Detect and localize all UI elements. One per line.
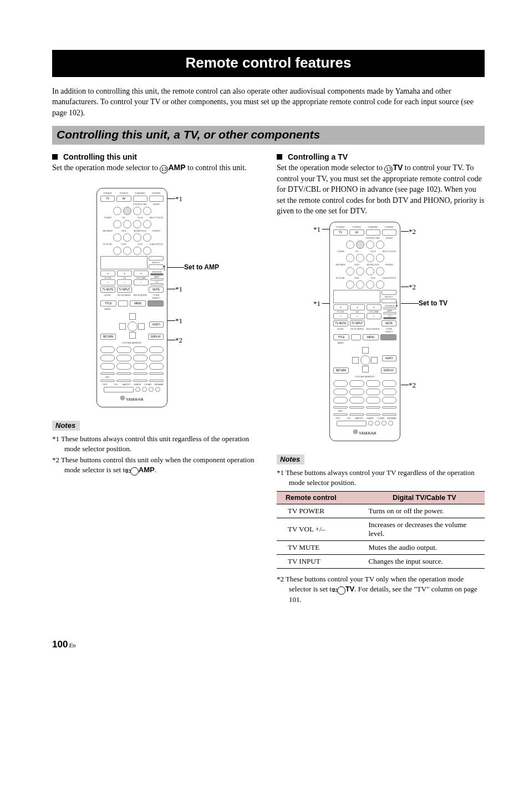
square-bullet-icon bbox=[52, 154, 58, 160]
rcirc bbox=[116, 363, 131, 370]
rcirc bbox=[149, 346, 164, 353]
rbtn bbox=[349, 406, 364, 408]
rbtn: – bbox=[100, 279, 115, 285]
rlbl bbox=[116, 308, 131, 310]
rcirc bbox=[346, 267, 354, 275]
rcirc bbox=[123, 233, 131, 242]
left-paragraph: Set the operation mode selector to 13AMP… bbox=[52, 162, 260, 173]
rlbl: DVD bbox=[116, 229, 131, 232]
rlbl: V-AUX/DOCK bbox=[149, 243, 164, 246]
callout-set-to-tv: ↓Set to TV bbox=[419, 299, 447, 307]
rbtn bbox=[116, 372, 131, 375]
left-note2-amp: AMP bbox=[139, 466, 155, 474]
rbtn: TV MUTE bbox=[100, 287, 115, 293]
rlbl: VCR bbox=[133, 243, 147, 246]
remote-display bbox=[100, 256, 147, 269]
rlbl: STANDBY bbox=[366, 226, 380, 228]
program-grid bbox=[333, 380, 396, 404]
callout-star1: *1 bbox=[313, 299, 321, 308]
rlbl: BAND bbox=[100, 308, 115, 310]
rcirc bbox=[133, 346, 147, 353]
rcirc bbox=[133, 247, 141, 255]
rlbl: LEVEL bbox=[333, 328, 348, 333]
table-cell: Mutes the audio output. bbox=[364, 541, 485, 555]
rlbl: VCR bbox=[366, 277, 380, 279]
table-cell: Increases or decreases the volume level. bbox=[364, 518, 485, 541]
rbtn: RETURN bbox=[100, 334, 116, 340]
rlbl: DTV/CBL bbox=[333, 277, 348, 279]
rcirc bbox=[133, 207, 141, 215]
table-header-function: Digital TV/Cable TV bbox=[364, 492, 485, 504]
rlbl: DTV/CBL bbox=[100, 243, 115, 246]
rlbl bbox=[333, 237, 348, 239]
rlbl bbox=[349, 341, 364, 344]
left-para-a: Set the operation mode selector to bbox=[52, 164, 160, 172]
rcirc bbox=[116, 355, 131, 361]
rcirc bbox=[382, 380, 396, 387]
callout-star2: *2 bbox=[409, 381, 416, 390]
rcirc bbox=[333, 389, 348, 395]
rlbl: STANDBY bbox=[133, 192, 147, 195]
rcirc bbox=[142, 387, 147, 392]
rlbl: LEARN bbox=[133, 383, 141, 386]
rlbl bbox=[116, 376, 131, 379]
rbtn: + bbox=[100, 270, 115, 277]
rlbl bbox=[366, 410, 380, 412]
table-row: TV MUTEMutes the audio output. bbox=[277, 541, 485, 555]
callout-star1: *1 bbox=[175, 285, 182, 294]
rbtn bbox=[100, 372, 115, 375]
left-subheading-text: Controlling this unit bbox=[63, 152, 137, 161]
rbtn: DISPLAY bbox=[148, 334, 164, 340]
left-note-2: *2 These buttons control this unit only … bbox=[52, 455, 260, 476]
rlbl bbox=[116, 203, 131, 206]
rcirc bbox=[382, 389, 396, 395]
rbtn bbox=[149, 264, 164, 269]
rbtn: MUTE bbox=[382, 320, 396, 326]
rbtn: DISPLAY bbox=[381, 367, 396, 374]
rbtn bbox=[133, 196, 147, 202]
callout-star1: *1 bbox=[175, 195, 182, 203]
rlbl: SOURCE SEL bbox=[366, 237, 380, 239]
rlbl: MULTI CH IN bbox=[382, 250, 396, 253]
rcirc bbox=[376, 280, 384, 289]
down-arrow-icon: ↓ bbox=[394, 299, 399, 309]
up-arrow-icon bbox=[129, 313, 136, 320]
table-row: TV INPUTChanges the input source. bbox=[277, 555, 485, 569]
rlbl: DVD bbox=[349, 263, 364, 266]
page-number: 100En bbox=[52, 639, 76, 650]
rlbl: POWER bbox=[382, 226, 396, 228]
rbtn bbox=[337, 421, 366, 426]
rbtn bbox=[149, 380, 164, 382]
rbtn: – bbox=[333, 313, 348, 319]
up-arrow-icon: ↑ bbox=[162, 263, 166, 273]
rcirc bbox=[356, 254, 364, 262]
rcirc bbox=[113, 233, 121, 242]
rlbl: DVR bbox=[349, 277, 364, 279]
page-footer: 100En bbox=[52, 639, 485, 650]
rbtn bbox=[349, 413, 364, 416]
rbtn: MUTE bbox=[149, 287, 164, 293]
rcirc bbox=[100, 355, 115, 361]
rcirc bbox=[143, 220, 151, 228]
rcirc bbox=[143, 247, 151, 255]
rcirc bbox=[149, 363, 164, 370]
rbtn bbox=[382, 413, 396, 416]
intro-paragraph: In addition to controlling this unit, th… bbox=[52, 86, 485, 118]
rbtn bbox=[380, 334, 396, 340]
right-tv: TV bbox=[393, 163, 403, 172]
rlbl: CLEAR bbox=[377, 417, 385, 420]
rbtn: TV INPUT bbox=[117, 287, 132, 293]
rlbl: LEVEL bbox=[100, 294, 115, 299]
right-note-1: *1 These buttons always control your TV … bbox=[277, 468, 485, 488]
rbtn bbox=[149, 372, 164, 375]
rcirc bbox=[376, 267, 384, 275]
rcirc bbox=[375, 421, 380, 426]
square-bullet-icon bbox=[277, 154, 282, 160]
right-subheading: Controlling a TV bbox=[277, 152, 485, 161]
rlbl: SRCH MODE bbox=[366, 328, 380, 333]
rlbl: BAND bbox=[333, 341, 348, 344]
rbtn bbox=[366, 229, 380, 236]
callout-star1: *1 bbox=[313, 225, 321, 234]
rcirc bbox=[366, 380, 380, 387]
table-row: TV VOL +/–Increases or decreases the vol… bbox=[277, 518, 485, 541]
